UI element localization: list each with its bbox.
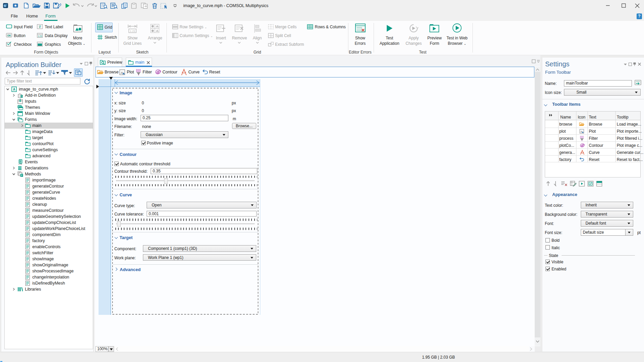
svg-text:T: T — [39, 25, 41, 29]
svg-text:1.23: 1.23 — [38, 35, 42, 37]
svg-text:OK: OK — [7, 34, 11, 37]
svg-text:A: A — [13, 88, 15, 91]
svg-text:1.23: 1.23 — [130, 30, 135, 33]
